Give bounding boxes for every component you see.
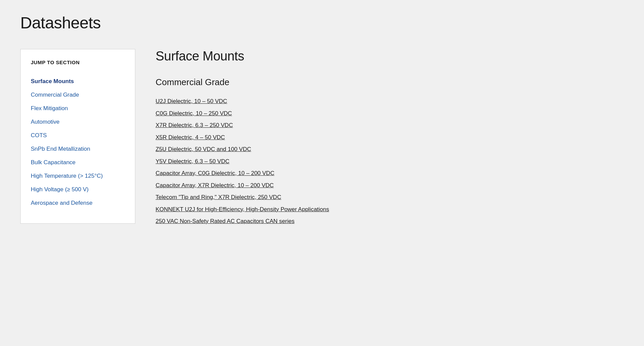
main-content: Surface Mounts Commercial Grade U2J Diel…	[156, 49, 624, 226]
sidebar-item-high-temperature: High Temperature (> 125°C)	[31, 169, 125, 183]
sidebar-item-surface-mounts: Surface Mounts	[31, 75, 125, 88]
sidebar-item-aerospace-and-defense: Aerospace and Defense	[31, 196, 125, 210]
datasheet-link-x7r[interactable]: X7R Dielectric, 6.3 – 250 VDC	[156, 122, 233, 128]
list-item: Capacitor Array, X7R Dielectric, 10 – 20…	[156, 181, 624, 190]
sidebar-link-cots[interactable]: COTS	[31, 132, 47, 139]
sidebar-item-snpb-end-metallization: SnPb End Metallization	[31, 142, 125, 156]
sidebar-link-aerospace-and-defense[interactable]: Aerospace and Defense	[31, 200, 92, 206]
sidebar-item-high-voltage: High Voltage (≥ 500 V)	[31, 183, 125, 196]
list-item: U2J Dielectric, 10 – 50 VDC	[156, 97, 624, 106]
datasheet-link-z5u[interactable]: Z5U Dielectric, 50 VDC and 100 VDC	[156, 146, 251, 152]
list-item: Capacitor Array, C0G Dielectric, 10 – 20…	[156, 169, 624, 178]
list-item: Telecom "Tip and Ring," X7R Dielectric, …	[156, 193, 624, 202]
sidebar-link-surface-mounts[interactable]: Surface Mounts	[31, 78, 74, 84]
list-item: Z5U Dielectric, 50 VDC and 100 VDC	[156, 145, 624, 154]
sidebar-link-bulk-capacitance[interactable]: Bulk Capacitance	[31, 159, 75, 166]
sidebar-link-flex-mitigation[interactable]: Flex Mitigation	[31, 105, 68, 112]
sidebar-link-automotive[interactable]: Automotive	[31, 119, 60, 125]
datasheet-link-vac-non-safety[interactable]: 250 VAC Non-Safety Rated AC Capacitors C…	[156, 218, 295, 224]
datasheet-link-telecom[interactable]: Telecom "Tip and Ring," X7R Dielectric, …	[156, 194, 281, 200]
section-title: Surface Mounts	[156, 49, 624, 64]
datasheet-link-u2j[interactable]: U2J Dielectric, 10 – 50 VDC	[156, 98, 227, 104]
datasheet-link-x5r[interactable]: X5R Dielectric, 4 – 50 VDC	[156, 134, 225, 141]
datasheet-link-cap-array-x7r[interactable]: Capacitor Array, X7R Dielectric, 10 – 20…	[156, 182, 274, 189]
sidebar-item-commercial-grade: Commercial Grade	[31, 88, 125, 102]
sidebar-item-cots: COTS	[31, 129, 125, 142]
datasheet-link-konnekt[interactable]: KONNEKT U2J for High-Efficiency, High-De…	[156, 206, 329, 213]
sidebar-item-automotive: Automotive	[31, 115, 125, 129]
sidebar: JUMP TO SECTION Surface MountsCommercial…	[20, 49, 135, 224]
sidebar-link-commercial-grade[interactable]: Commercial Grade	[31, 92, 79, 98]
content-layout: JUMP TO SECTION Surface MountsCommercial…	[20, 49, 624, 226]
datasheet-link-y5v[interactable]: Y5V Dielectric, 6.3 – 50 VDC	[156, 158, 229, 165]
list-item: 250 VAC Non-Safety Rated AC Capacitors C…	[156, 217, 624, 226]
list-item: KONNEKT U2J for High-Efficiency, High-De…	[156, 205, 624, 214]
sidebar-link-high-voltage[interactable]: High Voltage (≥ 500 V)	[31, 186, 89, 193]
datasheet-link-cap-array-c0g[interactable]: Capacitor Array, C0G Dielectric, 10 – 20…	[156, 170, 274, 176]
sidebar-link-snpb-end-metallization[interactable]: SnPb End Metallization	[31, 146, 90, 152]
links-list: U2J Dielectric, 10 – 50 VDCC0G Dielectri…	[156, 97, 624, 226]
list-item: C0G Dielectric, 10 – 250 VDC	[156, 109, 624, 118]
sidebar-item-flex-mitigation: Flex Mitigation	[31, 102, 125, 115]
page-title: Datasheets	[20, 14, 624, 32]
list-item: Y5V Dielectric, 6.3 – 50 VDC	[156, 157, 624, 166]
sidebar-heading: JUMP TO SECTION	[31, 59, 125, 65]
sidebar-link-high-temperature[interactable]: High Temperature (> 125°C)	[31, 173, 103, 179]
subsection-title: Commercial Grade	[156, 77, 624, 88]
list-item: X7R Dielectric, 6.3 – 250 VDC	[156, 121, 624, 130]
datasheet-link-c0g[interactable]: C0G Dielectric, 10 – 250 VDC	[156, 110, 232, 117]
sidebar-nav: Surface MountsCommercial GradeFlex Mitig…	[31, 75, 125, 210]
sidebar-item-bulk-capacitance: Bulk Capacitance	[31, 156, 125, 169]
list-item: X5R Dielectric, 4 – 50 VDC	[156, 133, 624, 142]
